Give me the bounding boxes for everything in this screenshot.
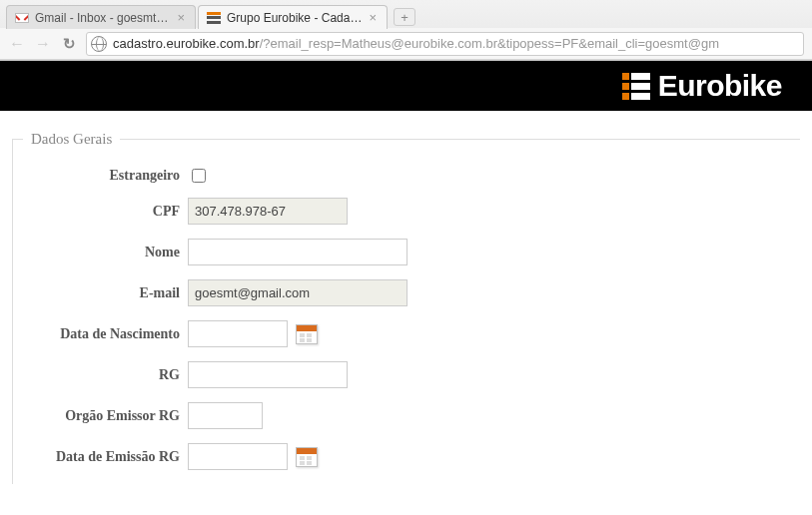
calendar-icon[interactable]	[296, 324, 318, 344]
dados-gerais-fieldset: Dados Gerais Estrangeiro CPF Nome E-mail…	[12, 131, 800, 484]
cpf-input[interactable]	[188, 198, 348, 225]
label-nome: Nome	[13, 245, 188, 260]
logo-mark-icon	[622, 73, 650, 100]
url-text: cadastro.eurobike.com.br/?email_resp=Mat…	[113, 36, 719, 51]
nome-input[interactable]	[188, 239, 407, 265]
emissao-rg-input[interactable]	[188, 443, 288, 470]
email-input[interactable]	[188, 279, 407, 306]
calendar-icon[interactable]	[296, 447, 318, 467]
label-email: E-mail	[13, 285, 188, 301]
label-nascimento: Data de Nascimento	[13, 326, 188, 342]
back-button[interactable]: ←	[8, 35, 26, 53]
eurobike-logo: Eurobike	[622, 69, 782, 103]
logo-text: Eurobike	[658, 69, 782, 103]
reload-button[interactable]: ↻	[60, 35, 78, 53]
label-emissao-rg: Data de Emissão RG	[13, 449, 188, 465]
gmail-icon	[15, 13, 29, 23]
orgao-rg-input[interactable]	[188, 402, 263, 429]
label-rg: RG	[13, 367, 188, 383]
tab-eurobike[interactable]: Grupo Eurobike - Cadastr... ×	[198, 5, 388, 29]
globe-icon	[91, 36, 107, 52]
tab-label: Grupo Eurobike - Cadastr...	[227, 11, 363, 25]
forward-button[interactable]: →	[34, 35, 52, 53]
browser-chrome: Gmail - Inbox - goesmt@... × Grupo Eurob…	[0, 0, 812, 61]
browser-toolbar: ← → ↻ cadastro.eurobike.com.br/?email_re…	[0, 28, 812, 60]
nascimento-input[interactable]	[188, 320, 288, 347]
label-orgao-rg: Orgão Emissor RG	[13, 408, 188, 424]
fieldset-legend: Dados Gerais	[23, 131, 120, 148]
close-icon[interactable]: ×	[177, 11, 185, 24]
page-header: Eurobike	[0, 61, 812, 111]
label-cpf: CPF	[13, 204, 188, 220]
tab-gmail[interactable]: Gmail - Inbox - goesmt@... ×	[6, 5, 196, 29]
tab-strip: Gmail - Inbox - goesmt@... × Grupo Eurob…	[0, 0, 812, 28]
label-estrangeiro: Estrangeiro	[13, 168, 188, 184]
rg-input[interactable]	[188, 361, 348, 388]
address-bar[interactable]: cadastro.eurobike.com.br/?email_resp=Mat…	[86, 32, 804, 56]
tab-label: Gmail - Inbox - goesmt@...	[35, 11, 171, 25]
eurobike-favicon	[207, 12, 221, 24]
estrangeiro-checkbox[interactable]	[192, 169, 206, 183]
new-tab-button[interactable]: +	[394, 8, 415, 26]
close-icon[interactable]: ×	[369, 11, 377, 24]
form-area: Dados Gerais Estrangeiro CPF Nome E-mail…	[0, 111, 812, 484]
